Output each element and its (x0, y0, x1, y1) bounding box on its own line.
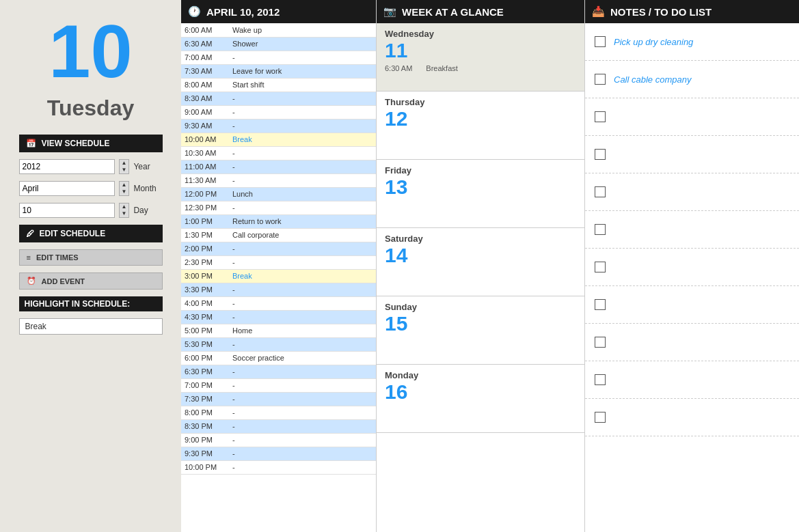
note-row: Call cable company (585, 61, 799, 98)
week-day-name: Sunday (385, 302, 576, 312)
note-checkbox[interactable] (595, 111, 606, 122)
event-cell: - (229, 365, 376, 378)
event-cell: - (229, 51, 376, 64)
time-cell: 1:30 PM (181, 228, 229, 242)
note-text[interactable]: Pick up dry cleaning (614, 37, 693, 47)
event-cell: Leave for work (229, 64, 376, 78)
highlight-label: HIGHLIGHT IN SCHEDULE: (25, 299, 131, 309)
event-cell: Break (229, 269, 376, 283)
schedule-table[interactable]: 6:00 AMWake up6:30 AMShower7:00 AM-7:30 … (181, 23, 376, 532)
time-cell: 8:00 PM (181, 406, 229, 419)
day-spinner[interactable]: ▲ ▼ (119, 203, 130, 218)
year-label: Year (133, 162, 162, 171)
event-cell: - (229, 160, 376, 173)
time-cell: 6:30 PM (181, 365, 229, 378)
edit-times-label: EDIT TIMES (36, 253, 79, 262)
week-body: Wednesday116:30 AMBreakfastThursday12Fri… (377, 23, 584, 532)
add-event-label: ADD EVENT (42, 277, 85, 285)
note-row (585, 324, 799, 361)
note-row (585, 173, 799, 211)
time-cell: 9:00 PM (181, 433, 229, 447)
view-schedule-button[interactable]: 📅 VIEW SCHEDULE (19, 135, 163, 152)
note-checkbox[interactable] (595, 36, 606, 47)
schedule-title: APRIL 10, 2012 (206, 6, 280, 18)
week-event-time: 6:30 AM (385, 64, 412, 72)
time-cell: 1:00 PM (181, 214, 229, 228)
week-day-number: 13 (385, 176, 576, 198)
calendar-icon: 📅 (26, 139, 36, 148)
time-cell: 2:30 PM (181, 255, 229, 269)
time-cell: 5:30 PM (181, 337, 229, 351)
edit-times-button[interactable]: ≡ EDIT TIMES (19, 249, 163, 266)
event-cell: - (229, 201, 376, 214)
time-cell: 10:30 AM (181, 146, 229, 160)
edit-schedule-icon: 🖊 (26, 229, 34, 238)
event-cell: - (229, 433, 376, 447)
highlight-value[interactable]: Break (19, 318, 163, 335)
week-day: Thursday12 (377, 92, 584, 160)
note-checkbox[interactable] (595, 186, 606, 197)
year-spinner[interactable]: ▲ ▼ (119, 159, 130, 174)
week-day-number: 14 (385, 244, 576, 266)
note-checkbox[interactable] (595, 224, 606, 235)
week-day-name: Thursday (385, 97, 576, 107)
event-cell: Return to work (229, 214, 376, 228)
week-day-name: Friday (385, 165, 576, 176)
event-cell: Start shift (229, 78, 376, 92)
year-control: ▲ ▼ Year (19, 159, 163, 174)
week-day-name: Saturday (385, 234, 576, 244)
view-schedule-label: VIEW SCHEDULE (42, 139, 110, 148)
month-input[interactable] (19, 181, 115, 196)
note-checkbox[interactable] (595, 74, 606, 85)
event-cell: - (229, 392, 376, 406)
week-event: 6:30 AMBreakfast (385, 64, 576, 72)
time-cell: 4:00 PM (181, 296, 229, 310)
note-row (585, 286, 799, 324)
note-checkbox[interactable] (595, 412, 606, 423)
note-checkbox[interactable] (595, 374, 606, 385)
event-cell: - (229, 447, 376, 460)
time-cell: 10:00 AM (181, 132, 229, 146)
month-spinner[interactable]: ▲ ▼ (119, 181, 130, 196)
highlight-header: HIGHLIGHT IN SCHEDULE: (19, 296, 163, 311)
year-input[interactable] (19, 159, 115, 174)
note-row (585, 361, 799, 399)
note-row (585, 98, 799, 136)
event-cell: Lunch (229, 187, 376, 201)
download-icon: 📥 (592, 5, 605, 18)
week-event-name: Breakfast (426, 64, 457, 72)
day-input[interactable] (19, 203, 115, 218)
time-cell: 9:30 PM (181, 447, 229, 460)
event-cell: Break (229, 132, 376, 146)
note-checkbox[interactable] (595, 299, 606, 310)
edit-schedule-button[interactable]: 🖊 EDIT SCHEDULE (19, 225, 163, 242)
add-event-button[interactable]: ⏰ ADD EVENT (19, 272, 163, 290)
month-label: Month (133, 184, 162, 193)
week-day-number: 11 (385, 39, 576, 61)
event-cell: - (229, 283, 376, 296)
week-header: 📷 WEEK AT A GLANCE (377, 0, 584, 23)
day-label: Day (133, 206, 162, 215)
event-cell: - (229, 406, 376, 419)
event-cell: Call corporate (229, 228, 376, 242)
note-checkbox[interactable] (595, 149, 606, 160)
event-cell: - (229, 92, 376, 105)
big-date: 10 (49, 14, 132, 89)
edit-schedule-label: EDIT SCHEDULE (40, 229, 106, 238)
week-day-name: Wednesday (385, 29, 576, 39)
time-cell: 7:30 PM (181, 392, 229, 406)
event-cell: - (229, 310, 376, 324)
event-cell: - (229, 460, 376, 474)
time-cell: 8:30 AM (181, 92, 229, 105)
note-text[interactable]: Call cable company (614, 74, 691, 85)
week-day: Friday13 (377, 160, 584, 228)
event-cell: - (229, 242, 376, 255)
note-row: Pick up dry cleaning (585, 23, 799, 61)
time-cell: 7:30 AM (181, 64, 229, 78)
list-icon: ≡ (27, 253, 31, 262)
note-checkbox[interactable] (595, 262, 606, 272)
note-checkbox[interactable] (595, 337, 606, 348)
event-cell: - (229, 173, 376, 187)
week-day-number: 16 (385, 380, 576, 403)
time-cell: 12:00 PM (181, 187, 229, 201)
